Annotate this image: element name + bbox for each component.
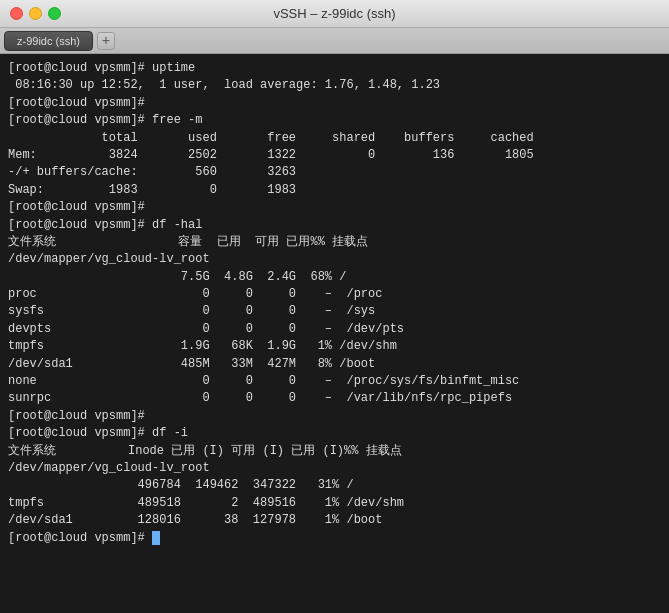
minimize-button[interactable] (29, 7, 42, 20)
window-title: vSSH – z-99idc (ssh) (273, 6, 395, 21)
maximize-button[interactable] (48, 7, 61, 20)
add-tab-button[interactable]: + (97, 32, 115, 50)
terminal-text: [root@cloud vpsmm]# uptime 08:16:30 up 1… (8, 60, 661, 547)
tabbar: z-99idc (ssh) + (0, 28, 669, 54)
traffic-lights (0, 7, 61, 20)
tab-ssh[interactable]: z-99idc (ssh) (4, 31, 93, 51)
titlebar: vSSH – z-99idc (ssh) (0, 0, 669, 28)
terminal-output: [root@cloud vpsmm]# uptime 08:16:30 up 1… (0, 54, 669, 613)
close-button[interactable] (10, 7, 23, 20)
